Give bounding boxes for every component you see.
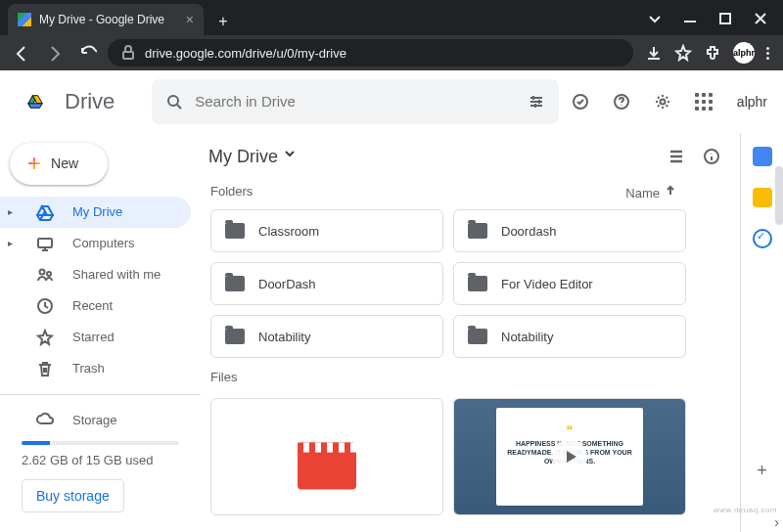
drive-logo-icon[interactable]	[16, 82, 55, 121]
sidebar-item-my-drive[interactable]: ▸ My Drive	[0, 197, 191, 228]
folder-item[interactable]: For Video Editor	[453, 262, 686, 305]
breadcrumb[interactable]: My Drive	[208, 147, 301, 167]
svg-point-8	[47, 272, 51, 276]
chevron-down-icon	[284, 148, 301, 165]
sidebar-item-storage[interactable]: Storage	[0, 404, 191, 435]
play-icon[interactable]	[552, 439, 587, 474]
video-icon	[298, 443, 356, 490]
svg-point-5	[660, 99, 665, 104]
settings-icon[interactable]	[651, 90, 674, 113]
watermark: www.deuaq.com	[714, 506, 777, 514]
folder-icon	[225, 276, 245, 291]
folder-item[interactable]: Classroom	[210, 209, 443, 252]
product-name: Drive	[65, 89, 115, 114]
minimize-icon[interactable]	[681, 10, 699, 27]
computers-icon	[33, 232, 57, 255]
file-item[interactable]: “ HAPPINESS IS NOT SOMETHING READYMADE. …	[453, 398, 686, 515]
browser-menu-icon[interactable]	[766, 47, 769, 60]
column-header: Folders Name	[201, 180, 740, 205]
folder-icon	[225, 329, 245, 344]
shared-icon	[33, 263, 57, 287]
account-label[interactable]: alphr	[733, 94, 767, 110]
folder-icon	[468, 276, 487, 291]
svg-rect-6	[38, 239, 52, 247]
help-icon[interactable]	[610, 90, 633, 113]
list-view-icon[interactable]	[668, 148, 685, 165]
profile-avatar[interactable]: alphr	[733, 42, 755, 64]
svg-point-7	[40, 269, 45, 274]
buy-storage-button[interactable]: Buy storage	[22, 479, 124, 512]
sort-by-name[interactable]: Name	[625, 184, 681, 201]
search-input[interactable]	[195, 93, 516, 110]
install-icon[interactable]	[645, 44, 663, 62]
browser-titlebar: My Drive - Google Drive × +	[0, 0, 783, 35]
reload-button[interactable]	[74, 39, 102, 66]
folder-item[interactable]: Doordash	[453, 209, 686, 252]
sidebar-item-shared[interactable]: Shared with me	[0, 259, 191, 290]
file-item[interactable]	[210, 398, 443, 515]
window-controls	[646, 10, 783, 35]
lock-icon	[119, 44, 137, 62]
new-tab-button[interactable]: +	[209, 8, 237, 35]
svg-point-2	[168, 96, 178, 106]
keep-icon[interactable]	[753, 188, 772, 207]
folder-icon	[225, 223, 245, 239]
main-content: My Drive Folders Name Classroom Doordash…	[201, 133, 740, 532]
folder-item[interactable]: Notability	[453, 315, 686, 358]
maximize-icon[interactable]	[716, 10, 734, 27]
search-box[interactable]	[152, 79, 559, 124]
star-icon	[33, 326, 57, 349]
sidebar-item-trash[interactable]: Trash	[0, 353, 191, 384]
folder-item[interactable]: Notability	[210, 315, 443, 358]
folder-icon	[468, 329, 487, 344]
address-bar: drive.google.com/drive/u/0/my-drive alph…	[0, 35, 783, 70]
search-options-icon[interactable]	[528, 93, 545, 111]
side-panel-toggle[interactable]: ›	[774, 514, 779, 530]
folders-section-label: Folders	[210, 184, 253, 201]
expand-icon[interactable]: ▸	[8, 238, 18, 248]
storage-text: 2.62 GB of 15 GB used	[0, 451, 201, 469]
sidebar: + New ▸ My Drive ▸ Computers Shared with…	[0, 133, 201, 532]
new-label: New	[51, 155, 78, 171]
cloud-icon	[33, 408, 57, 431]
tab-title: My Drive - Google Drive	[39, 13, 178, 26]
plus-icon: +	[27, 150, 41, 177]
chevron-down-icon[interactable]	[646, 10, 664, 27]
recent-icon	[33, 294, 57, 318]
bookmark-icon[interactable]	[674, 44, 692, 62]
svg-rect-1	[123, 52, 133, 59]
ready-offline-icon[interactable]	[569, 90, 592, 113]
sidebar-item-starred[interactable]: Starred	[0, 322, 191, 353]
forward-button[interactable]	[41, 39, 69, 66]
sidebar-item-recent[interactable]: Recent	[0, 290, 191, 322]
url-field[interactable]: drive.google.com/drive/u/0/my-drive	[108, 39, 633, 66]
sidebar-item-computers[interactable]: ▸ Computers	[0, 228, 191, 259]
drive-icon	[33, 200, 57, 224]
extensions-icon[interactable]	[704, 44, 721, 62]
drive-favicon	[18, 13, 31, 26]
folder-icon	[468, 223, 487, 239]
url-text: drive.google.com/drive/u/0/my-drive	[145, 46, 346, 61]
folder-item[interactable]: DoorDash	[210, 262, 443, 305]
tasks-icon[interactable]	[753, 229, 772, 248]
files-section-label: Files	[201, 362, 740, 392]
svg-rect-0	[720, 14, 730, 23]
app-header: Drive alphr	[0, 70, 783, 133]
browser-tab[interactable]: My Drive - Google Drive ×	[8, 4, 204, 35]
new-button[interactable]: + New	[10, 143, 108, 185]
storage-bar	[22, 441, 179, 445]
trash-icon	[33, 357, 57, 380]
info-icon[interactable]	[703, 148, 720, 165]
search-icon	[165, 93, 183, 111]
back-button[interactable]	[8, 39, 35, 66]
google-apps-icon[interactable]	[692, 90, 715, 113]
calendar-icon[interactable]	[753, 147, 772, 166]
close-window-icon[interactable]	[752, 10, 769, 27]
expand-icon[interactable]: ▸	[8, 206, 18, 217]
add-addon-icon[interactable]: +	[757, 461, 767, 481]
close-tab-icon[interactable]: ×	[186, 12, 194, 27]
